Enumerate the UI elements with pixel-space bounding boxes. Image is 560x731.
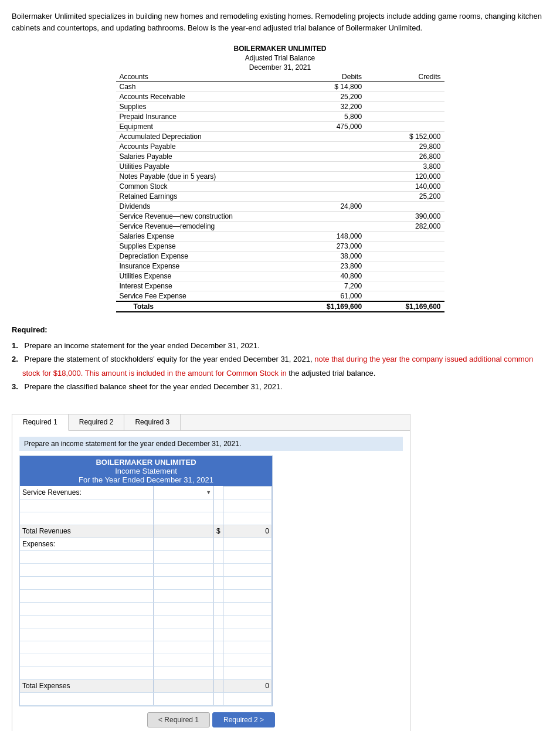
revenues-dropdown-input[interactable] [156, 488, 205, 497]
revenues-dropdown-arrow: ▼ [206, 489, 211, 495]
tb-credit-12 [365, 202, 444, 212]
total-revenues-row: Total Revenues $ 0 [20, 525, 272, 538]
tb-row-1: Accounts Receivable25,200 [116, 92, 444, 102]
tb-account-2: Supplies [116, 102, 287, 112]
expense-input-row-6 [20, 615, 272, 628]
trial-balance-wrapper: BOILERMAKER UNLIMITED Adjusted Trial Bal… [12, 44, 548, 312]
tb-debit-15: 148,000 [287, 232, 365, 242]
exp-input-0[interactable] [153, 538, 213, 550]
tb-company: BOILERMAKER UNLIMITED [116, 44, 444, 53]
tb-account-20: Interest Expense [116, 281, 287, 291]
tb-account-11: Retained Earnings [116, 192, 287, 202]
stmt-company: BOILERMAKER UNLIMITED Income Statement F… [20, 456, 272, 486]
tb-col-credits-header: Credits [365, 72, 444, 82]
expenses-section-row: Expenses: [20, 538, 272, 550]
tb-row-11: Retained Earnings25,200 [116, 192, 444, 202]
tb-row-21: Service Fee Expense61,000 [116, 291, 444, 302]
expense-input-row-5 [20, 602, 272, 615]
tb-row-19: Utilities Expense40,800 [116, 271, 444, 281]
required-item-2-num: 2. [12, 352, 22, 366]
tb-row-13: Service Revenue—new construction390,000 [116, 212, 444, 222]
intro-text: Boilermaker Unlimited specializes in bui… [12, 11, 548, 33]
tb-row-5: Accumulated Depreciation$ 152,000 [116, 132, 444, 142]
tb-credit-13: 390,000 [365, 212, 444, 222]
required-heading: Required: [12, 325, 548, 334]
income-statement-table: Service Revenues: ▼ [20, 486, 272, 706]
tb-debit-21: 61,000 [287, 291, 365, 302]
next-button[interactable]: Required 2 > [212, 712, 275, 727]
tb-debit-13 [287, 212, 365, 222]
tb-credit-9: 120,000 [365, 172, 444, 182]
tb-credit-7: 26,800 [365, 152, 444, 162]
tab-required1[interactable]: Required 1 [12, 414, 69, 431]
tb-account-7: Salaries Payable [116, 152, 287, 162]
required-list: 1. Prepare an income statement for the y… [12, 339, 548, 394]
net-income-input[interactable] [153, 692, 213, 705]
tb-debit-18: 23,800 [287, 261, 365, 271]
rev-amount-1 [223, 499, 272, 512]
tb-debit-3: 5,800 [287, 112, 365, 122]
tb-debit-5 [287, 132, 365, 142]
revenues-dropdown-cell[interactable]: ▼ [153, 486, 213, 499]
tb-row-12: Dividends24,800 [116, 202, 444, 212]
revenues-label: Service Revenues: [20, 486, 153, 499]
tb-credit-19 [365, 271, 444, 281]
rev-label-1 [20, 499, 153, 512]
tb-credit-21 [365, 291, 444, 302]
tb-debit-19: 40,800 [287, 271, 365, 281]
tb-debit-16: 273,000 [287, 242, 365, 251]
total-revenues-dollar: $ [214, 525, 223, 538]
net-income-label [20, 692, 153, 705]
expense-input-row-4 [20, 589, 272, 602]
tb-row-3: Prepaid Insurance5,800 [116, 112, 444, 122]
revenue-input-row-2 [20, 512, 272, 525]
expense-input-row-7 [20, 628, 272, 641]
rev-input-1[interactable] [153, 499, 213, 512]
tb-col-accounts-header: Accounts [116, 72, 287, 82]
tb-account-15: Salaries Expense [116, 232, 287, 242]
expense-input-row-1 [20, 550, 272, 563]
tb-row-9: Notes Payable (due in 5 years)120,000 [116, 172, 444, 182]
tb-account-0: Cash [116, 82, 287, 92]
revenues-amount1 [223, 486, 272, 499]
rev-amount-2 [223, 512, 272, 525]
rev-dollar-2 [214, 512, 223, 525]
rev-input-2[interactable] [153, 512, 213, 525]
tb-credit-14: 282,000 [365, 222, 444, 232]
required-item-1: 1. Prepare an income statement for the y… [12, 339, 548, 352]
tb-debit-17: 38,000 [287, 251, 365, 261]
tb-credit-5: $ 152,000 [365, 132, 444, 142]
tab-required2[interactable]: Required 2 [69, 414, 125, 430]
tb-credit-18 [365, 261, 444, 271]
tb-account-17: Depreciation Expense [116, 251, 287, 261]
tb-row-2: Supplies32,200 [116, 102, 444, 112]
exp-dollar-0 [214, 538, 223, 550]
tab-required3[interactable]: Required 3 [124, 414, 181, 430]
tb-account-4: Equipment [116, 122, 287, 132]
total-revenues-value: 0 [223, 525, 272, 538]
tb-row-8: Utilities Payable3,800 [116, 162, 444, 172]
required-item-2: 2. Prepare the statement of stockholders… [12, 352, 548, 380]
required-item-3: 3. Prepare the classified balance sheet … [12, 380, 548, 393]
tb-debit-7 [287, 152, 365, 162]
total-expenses-dollar [214, 679, 223, 692]
tb-row-14: Service Revenue—remodeling282,000 [116, 222, 444, 232]
tabs-bar: Required 1 Required 2 Required 3 [12, 414, 410, 431]
exp-amount-0 [223, 538, 272, 550]
tb-row-4: Equipment475,000 [116, 122, 444, 132]
prev-button[interactable]: < Required 1 [147, 712, 210, 727]
tb-debit-6 [287, 142, 365, 152]
tb-date: December 31, 2021 [116, 63, 444, 72]
rev-label-2 [20, 512, 153, 525]
net-income-dollar [214, 692, 223, 705]
tb-credit-4 [365, 122, 444, 132]
net-income-row [20, 692, 272, 705]
total-expenses-label: Total Expenses [20, 679, 153, 692]
tb-account-14: Service Revenue—remodeling [116, 222, 287, 232]
required-item-1-text: Prepare an income statement for the year… [22, 339, 548, 352]
tb-account-6: Accounts Payable [116, 142, 287, 152]
tb-credit-0 [365, 82, 444, 92]
tb-debit-1: 25,200 [287, 92, 365, 102]
tb-credit-16 [365, 242, 444, 251]
expense-input-row-9 [20, 654, 272, 667]
